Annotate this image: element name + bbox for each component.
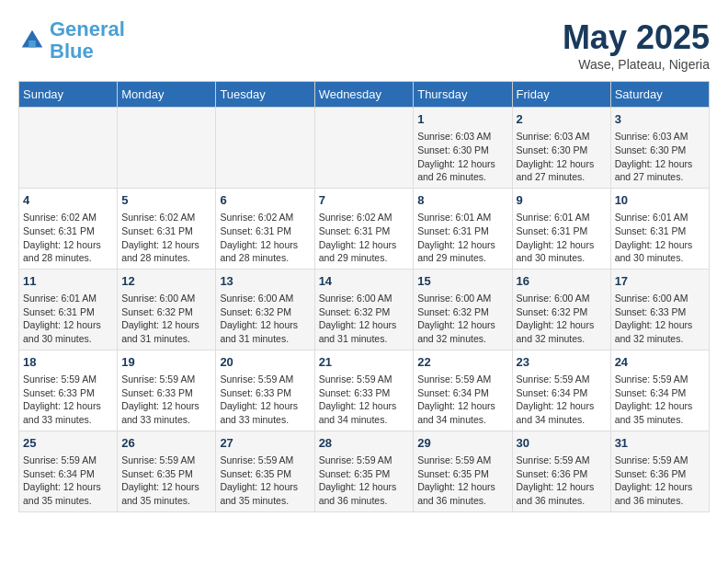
day-info: Sunrise: 6:00 AM Sunset: 6:32 PM Dayligh… <box>319 292 410 346</box>
day-number: 8 <box>417 192 507 209</box>
day-info: Sunrise: 5:59 AM Sunset: 6:35 PM Dayligh… <box>319 454 410 508</box>
day-number: 12 <box>121 273 211 290</box>
day-info: Sunrise: 6:00 AM Sunset: 6:32 PM Dayligh… <box>121 292 211 346</box>
calendar-cell: 12Sunrise: 6:00 AM Sunset: 6:32 PM Dayli… <box>118 269 216 350</box>
calendar-cell: 5Sunrise: 6:02 AM Sunset: 6:31 PM Daylig… <box>118 188 216 269</box>
location-subtitle: Wase, Plateau, Nigeria <box>563 57 710 72</box>
day-number: 24 <box>615 354 705 371</box>
calendar-cell <box>118 108 216 189</box>
day-info: Sunrise: 5:59 AM Sunset: 6:34 PM Dayligh… <box>615 373 705 427</box>
day-number: 4 <box>23 192 113 209</box>
col-header-monday: Monday <box>118 82 216 108</box>
day-info: Sunrise: 5:59 AM Sunset: 6:34 PM Dayligh… <box>517 373 607 427</box>
calendar-cell: 8Sunrise: 6:01 AM Sunset: 6:31 PM Daylig… <box>414 188 512 269</box>
calendar-cell <box>19 108 118 189</box>
day-info: Sunrise: 6:01 AM Sunset: 6:31 PM Dayligh… <box>615 211 705 265</box>
day-info: Sunrise: 5:59 AM Sunset: 6:35 PM Dayligh… <box>417 454 507 508</box>
page-header: General Blue May 2025 Wase, Plateau, Nig… <box>18 18 710 72</box>
day-info: Sunrise: 6:00 AM Sunset: 6:32 PM Dayligh… <box>220 292 310 346</box>
day-info: Sunrise: 6:01 AM Sunset: 6:31 PM Dayligh… <box>417 211 507 265</box>
calendar-cell: 23Sunrise: 5:59 AM Sunset: 6:34 PM Dayli… <box>512 350 610 431</box>
calendar-cell: 2Sunrise: 6:03 AM Sunset: 6:30 PM Daylig… <box>512 108 610 189</box>
calendar-cell: 26Sunrise: 5:59 AM Sunset: 6:35 PM Dayli… <box>118 431 216 511</box>
day-number: 25 <box>23 435 113 452</box>
calendar-cell: 27Sunrise: 5:59 AM Sunset: 6:35 PM Dayli… <box>216 431 314 511</box>
day-info: Sunrise: 5:59 AM Sunset: 6:34 PM Dayligh… <box>23 454 113 508</box>
calendar-cell: 28Sunrise: 5:59 AM Sunset: 6:35 PM Dayli… <box>314 431 414 511</box>
day-info: Sunrise: 5:59 AM Sunset: 6:35 PM Dayligh… <box>121 454 211 508</box>
calendar-cell: 16Sunrise: 6:00 AM Sunset: 6:32 PM Dayli… <box>512 269 610 350</box>
logo: General Blue <box>18 18 125 63</box>
calendar-cell: 9Sunrise: 6:01 AM Sunset: 6:31 PM Daylig… <box>512 188 610 269</box>
calendar-cell: 29Sunrise: 5:59 AM Sunset: 6:35 PM Dayli… <box>414 431 512 511</box>
day-number: 13 <box>220 273 310 290</box>
col-header-friday: Friday <box>512 82 610 108</box>
day-number: 9 <box>517 192 607 209</box>
day-number: 5 <box>121 192 211 209</box>
day-number: 18 <box>23 354 113 371</box>
col-header-thursday: Thursday <box>414 82 512 108</box>
calendar-cell: 19Sunrise: 5:59 AM Sunset: 6:33 PM Dayli… <box>118 350 216 431</box>
day-info: Sunrise: 6:03 AM Sunset: 6:30 PM Dayligh… <box>417 130 507 184</box>
day-info: Sunrise: 5:59 AM Sunset: 6:34 PM Dayligh… <box>417 373 507 427</box>
calendar-cell: 20Sunrise: 5:59 AM Sunset: 6:33 PM Dayli… <box>216 350 314 431</box>
day-number: 31 <box>615 435 705 452</box>
day-number: 3 <box>615 111 705 128</box>
calendar-cell: 3Sunrise: 6:03 AM Sunset: 6:30 PM Daylig… <box>610 108 709 189</box>
calendar-cell: 14Sunrise: 6:00 AM Sunset: 6:32 PM Dayli… <box>314 269 414 350</box>
calendar-cell: 17Sunrise: 6:00 AM Sunset: 6:33 PM Dayli… <box>610 269 709 350</box>
calendar-cell: 6Sunrise: 6:02 AM Sunset: 6:31 PM Daylig… <box>216 188 314 269</box>
calendar-cell: 31Sunrise: 5:59 AM Sunset: 6:36 PM Dayli… <box>610 431 709 511</box>
day-info: Sunrise: 6:01 AM Sunset: 6:31 PM Dayligh… <box>23 292 113 346</box>
day-number: 20 <box>220 354 310 371</box>
col-header-sunday: Sunday <box>19 82 118 108</box>
day-number: 10 <box>615 192 705 209</box>
day-info: Sunrise: 5:59 AM Sunset: 6:33 PM Dayligh… <box>121 373 211 427</box>
svg-rect-1 <box>28 40 36 48</box>
day-info: Sunrise: 6:01 AM Sunset: 6:31 PM Dayligh… <box>517 211 607 265</box>
calendar-week-row: 18Sunrise: 5:59 AM Sunset: 6:33 PM Dayli… <box>19 350 710 431</box>
day-number: 7 <box>319 192 410 209</box>
calendar-cell: 10Sunrise: 6:01 AM Sunset: 6:31 PM Dayli… <box>610 188 709 269</box>
calendar-cell: 18Sunrise: 5:59 AM Sunset: 6:33 PM Dayli… <box>19 350 118 431</box>
calendar-cell: 7Sunrise: 6:02 AM Sunset: 6:31 PM Daylig… <box>314 188 414 269</box>
title-section: May 2025 Wase, Plateau, Nigeria <box>563 18 710 72</box>
col-header-tuesday: Tuesday <box>216 82 314 108</box>
calendar-week-row: 1Sunrise: 6:03 AM Sunset: 6:30 PM Daylig… <box>19 108 710 189</box>
calendar-table: SundayMondayTuesdayWednesdayThursdayFrid… <box>18 81 710 512</box>
day-info: Sunrise: 5:59 AM Sunset: 6:36 PM Dayligh… <box>517 454 607 508</box>
day-number: 21 <box>319 354 410 371</box>
calendar-cell <box>216 108 314 189</box>
calendar-cell: 22Sunrise: 5:59 AM Sunset: 6:34 PM Dayli… <box>414 350 512 431</box>
day-info: Sunrise: 6:02 AM Sunset: 6:31 PM Dayligh… <box>23 211 113 265</box>
calendar-cell: 13Sunrise: 6:00 AM Sunset: 6:32 PM Dayli… <box>216 269 314 350</box>
day-number: 26 <box>121 435 211 452</box>
day-info: Sunrise: 5:59 AM Sunset: 6:35 PM Dayligh… <box>220 454 310 508</box>
day-info: Sunrise: 6:03 AM Sunset: 6:30 PM Dayligh… <box>517 130 607 184</box>
day-info: Sunrise: 5:59 AM Sunset: 6:33 PM Dayligh… <box>319 373 410 427</box>
calendar-week-row: 4Sunrise: 6:02 AM Sunset: 6:31 PM Daylig… <box>19 188 710 269</box>
calendar-cell: 30Sunrise: 5:59 AM Sunset: 6:36 PM Dayli… <box>512 431 610 511</box>
logo-text: General Blue <box>50 18 125 63</box>
day-info: Sunrise: 5:59 AM Sunset: 6:33 PM Dayligh… <box>23 373 113 427</box>
day-number: 16 <box>517 273 607 290</box>
day-info: Sunrise: 5:59 AM Sunset: 6:33 PM Dayligh… <box>220 373 310 427</box>
day-info: Sunrise: 6:02 AM Sunset: 6:31 PM Dayligh… <box>121 211 211 265</box>
day-number: 28 <box>319 435 410 452</box>
col-header-saturday: Saturday <box>610 82 709 108</box>
day-number: 11 <box>23 273 113 290</box>
calendar-header-row: SundayMondayTuesdayWednesdayThursdayFrid… <box>19 82 710 108</box>
day-number: 30 <box>517 435 607 452</box>
month-title: May 2025 <box>563 18 710 57</box>
calendar-week-row: 25Sunrise: 5:59 AM Sunset: 6:34 PM Dayli… <box>19 431 710 511</box>
day-info: Sunrise: 6:03 AM Sunset: 6:30 PM Dayligh… <box>615 130 705 184</box>
calendar-cell: 15Sunrise: 6:00 AM Sunset: 6:32 PM Dayli… <box>414 269 512 350</box>
calendar-cell <box>314 108 414 189</box>
day-info: Sunrise: 6:00 AM Sunset: 6:33 PM Dayligh… <box>615 292 705 346</box>
calendar-week-row: 11Sunrise: 6:01 AM Sunset: 6:31 PM Dayli… <box>19 269 710 350</box>
day-number: 1 <box>417 111 507 128</box>
day-info: Sunrise: 6:02 AM Sunset: 6:31 PM Dayligh… <box>220 211 310 265</box>
day-info: Sunrise: 6:00 AM Sunset: 6:32 PM Dayligh… <box>417 292 507 346</box>
day-info: Sunrise: 6:02 AM Sunset: 6:31 PM Dayligh… <box>319 211 410 265</box>
day-number: 22 <box>417 354 507 371</box>
